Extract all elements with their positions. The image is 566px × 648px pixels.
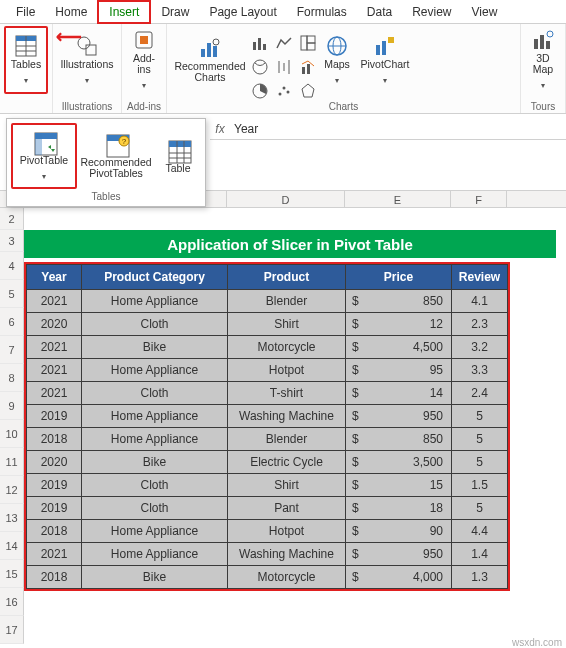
- treemap-icon[interactable]: [299, 34, 317, 52]
- table-row[interactable]: 2019Home ApplianceWashing Machine$9505: [27, 405, 508, 428]
- svg-rect-23: [302, 67, 305, 74]
- map-chart-icon[interactable]: [251, 58, 269, 76]
- tables-button[interactable]: Tables: [4, 26, 48, 94]
- chevron-down-icon: [335, 72, 339, 86]
- table-row[interactable]: 2019ClothPant$185: [27, 497, 508, 520]
- col-f[interactable]: F: [451, 191, 507, 207]
- table-row[interactable]: 2018Home ApplianceBlender$8505: [27, 428, 508, 451]
- row-header[interactable]: 6: [0, 308, 24, 336]
- column-header[interactable]: Year: [27, 265, 82, 290]
- tab-insert[interactable]: Insert: [97, 0, 151, 24]
- row-header[interactable]: 16: [0, 588, 24, 616]
- row-header[interactable]: 7: [0, 336, 24, 364]
- combo-chart-icon[interactable]: [299, 58, 317, 76]
- group-tables: Tables: [0, 24, 53, 113]
- maps-label: Maps: [324, 59, 350, 70]
- group-addins-label: Add-ins: [127, 100, 161, 113]
- table-row[interactable]: 2021Home ApplianceBlender$8504.1: [27, 290, 508, 313]
- row-header[interactable]: 4: [0, 252, 24, 280]
- row-header[interactable]: 10: [0, 420, 24, 448]
- table-button[interactable]: Table: [155, 123, 201, 189]
- chevron-down-icon: [383, 72, 387, 86]
- svg-point-27: [283, 87, 286, 90]
- pivottable-button[interactable]: PivotTable: [11, 123, 77, 189]
- col-e[interactable]: E: [345, 191, 451, 207]
- col-d[interactable]: D: [227, 191, 345, 207]
- table-row[interactable]: 2019ClothShirt$151.5: [27, 474, 508, 497]
- svg-rect-6: [86, 45, 96, 55]
- svg-rect-17: [307, 36, 315, 43]
- tab-draw[interactable]: Draw: [151, 2, 199, 22]
- watermark: wsxdn.com: [512, 637, 562, 648]
- column-header[interactable]: Product: [228, 265, 346, 290]
- column-header[interactable]: Review: [452, 265, 508, 290]
- svg-rect-35: [388, 37, 394, 43]
- recommended-charts-button[interactable]: Recommended Charts: [171, 26, 249, 94]
- pivottable-label: PivotTable: [20, 155, 68, 166]
- maps-button[interactable]: Maps: [319, 26, 355, 94]
- page-title: Application of Slicer in Pivot Table: [24, 230, 556, 258]
- stock-chart-icon[interactable]: [275, 58, 293, 76]
- row-header[interactable]: 11: [0, 448, 24, 476]
- column-header[interactable]: Product Category: [82, 265, 228, 290]
- plain-table-icon: [167, 139, 189, 161]
- illustrations-label: Illustrations: [60, 59, 113, 70]
- tables-label: Tables: [11, 59, 41, 70]
- row-header[interactable]: 13: [0, 504, 24, 532]
- tab-data[interactable]: Data: [357, 2, 402, 22]
- tab-home[interactable]: Home: [45, 2, 97, 22]
- chevron-down-icon: [541, 77, 545, 91]
- row-header[interactable]: 12: [0, 476, 24, 504]
- 3dmap-button[interactable]: 3D Map: [525, 26, 561, 94]
- row-header[interactable]: 5: [0, 280, 24, 308]
- plain-table-label: Table: [165, 163, 190, 174]
- tab-formulas[interactable]: Formulas: [287, 2, 357, 22]
- table-row[interactable]: 2021ClothT-shirt$142.4: [27, 382, 508, 405]
- table-row[interactable]: 2018Home ApplianceHotpot$904.4: [27, 520, 508, 543]
- row-header[interactable]: 3: [0, 230, 24, 252]
- column-header[interactable]: Price: [346, 265, 452, 290]
- recommended-pivottables-button[interactable]: ? Recommended PivotTables: [77, 123, 155, 189]
- row-header[interactable]: 2: [0, 208, 24, 230]
- table-row[interactable]: 2021Home ApplianceHotpot$953.3: [27, 359, 508, 382]
- shapes-icon: [76, 35, 98, 57]
- tab-review[interactable]: Review: [402, 2, 461, 22]
- row-header[interactable]: 9: [0, 392, 24, 420]
- fx-icon[interactable]: fx: [210, 122, 230, 136]
- svg-rect-18: [307, 43, 315, 50]
- row-header[interactable]: 8: [0, 364, 24, 392]
- tab-page-layout[interactable]: Page Layout: [199, 2, 286, 22]
- svg-point-19: [253, 60, 267, 74]
- globe-icon: [326, 35, 348, 57]
- addins-button[interactable]: Add- ins: [126, 26, 162, 94]
- group-tables-label: [25, 100, 28, 113]
- scatter-chart-icon[interactable]: [275, 82, 293, 100]
- pie-chart-icon[interactable]: [251, 82, 269, 100]
- radar-chart-icon[interactable]: [299, 82, 317, 100]
- row-header[interactable]: 17: [0, 616, 24, 644]
- group-tours-label: Tours: [531, 100, 555, 113]
- table-row[interactable]: 2021Home ApplianceWashing Machine$9501.4: [27, 543, 508, 566]
- formula-value[interactable]: Year: [230, 122, 566, 136]
- table-row[interactable]: 2018BikeMotorcycle$4,0001.3: [27, 566, 508, 589]
- chevron-down-icon: [24, 72, 28, 86]
- svg-rect-42: [35, 133, 42, 155]
- tab-file[interactable]: File: [6, 2, 45, 22]
- pivotchart-button[interactable]: PivotChart: [357, 26, 413, 94]
- 3dmap-label: 3D Map: [533, 53, 553, 75]
- line-chart-icon[interactable]: [275, 34, 293, 52]
- table-row[interactable]: 2021BikeMotorcycle$4,5003.2: [27, 336, 508, 359]
- row-header[interactable]: 14: [0, 532, 24, 560]
- svg-rect-8: [140, 36, 148, 44]
- column-chart-icon[interactable]: [251, 34, 269, 52]
- group-charts-label: Charts: [329, 100, 358, 113]
- row-header[interactable]: 15: [0, 560, 24, 588]
- row-headers: 234567891011121314151617: [0, 208, 24, 644]
- group-illustrations: Illustrations Illustrations: [53, 24, 122, 113]
- table-row[interactable]: 2020ClothShirt$122.3: [27, 313, 508, 336]
- table-row[interactable]: 2020BikeElectric Cycle$3,5005: [27, 451, 508, 474]
- tab-view[interactable]: View: [462, 2, 508, 22]
- svg-rect-37: [540, 35, 544, 49]
- illustrations-button[interactable]: Illustrations: [57, 26, 117, 94]
- recommended-charts-label: Recommended Charts: [174, 61, 245, 83]
